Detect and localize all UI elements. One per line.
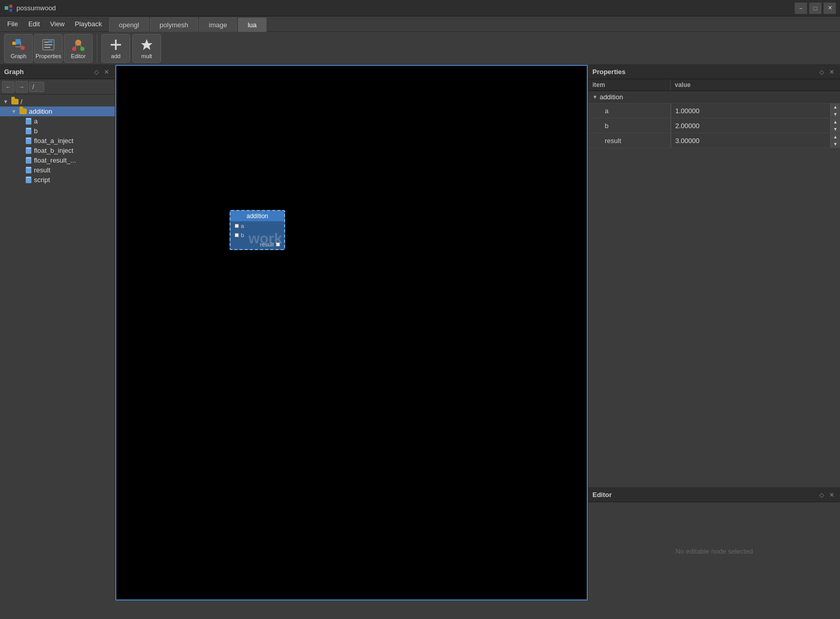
float-b-inject-icon [24, 147, 32, 154]
float-b-inject-label: float_b_inject [34, 147, 74, 154]
node-title: addition [231, 211, 284, 221]
menu-file[interactable]: File [2, 18, 23, 30]
b-label: b [34, 127, 38, 135]
float-result-label: float_result_... [34, 156, 76, 164]
graph-nav-bar: ← → / [0, 79, 115, 95]
graph-close-button[interactable]: ✕ [102, 68, 111, 76]
right-panel: Properties ◇ ✕ item value ▼ addition [588, 65, 840, 600]
float-a-inject-label: float_a_inject [34, 137, 74, 145]
nav-back-button[interactable]: ← [2, 81, 14, 93]
properties-section: Properties ◇ ✕ item value ▼ addition [588, 65, 840, 487]
svg-rect-10 [44, 44, 52, 45]
graph-canvas[interactable]: addition a b result work [115, 65, 588, 600]
properties-toolbar-button[interactable]: Properties [34, 34, 63, 63]
editor-icon [71, 38, 85, 52]
main-layout: Graph ◇ ✕ ← → / ▼ / ▼ addition [0, 65, 840, 600]
float-a-inject-icon [24, 137, 32, 145]
script-file-icon [24, 176, 32, 184]
svg-point-15 [80, 47, 84, 51]
spin-down-result[interactable]: ▼ [831, 140, 840, 148]
tree-item-script[interactable]: script [0, 175, 115, 185]
props-section-addition: ▼ addition [588, 91, 840, 103]
spin-up-a[interactable]: ▲ [831, 103, 840, 111]
star-icon [139, 38, 154, 52]
addition-folder-icon [19, 108, 27, 115]
tree-item-b[interactable]: b [0, 126, 115, 136]
float-result-icon [24, 157, 32, 164]
spin-down-a[interactable]: ▼ [831, 111, 840, 118]
tree-item-a[interactable]: a [0, 116, 115, 126]
nav-forward-button[interactable]: → [15, 81, 28, 93]
addition-label: addition [29, 108, 52, 115]
editor-close-button[interactable]: ✕ [828, 491, 836, 499]
props-label-b: b [588, 119, 671, 132]
tab-image[interactable]: image [199, 17, 237, 32]
svg-line-16 [75, 45, 76, 47]
menu-view[interactable]: View [45, 18, 69, 30]
spin-up-b[interactable]: ▲ [831, 118, 840, 126]
editor-panel-controls: ◇ ✕ [817, 491, 836, 499]
menu-playback[interactable]: Playback [69, 18, 107, 30]
add-node-label: add [111, 53, 120, 59]
result-file-icon [24, 167, 32, 174]
tab-polymesh[interactable]: polymesh [150, 17, 198, 32]
close-button[interactable]: ✕ [824, 3, 836, 14]
svg-point-14 [72, 47, 76, 51]
editor-toolbar-button[interactable]: Editor [64, 34, 93, 63]
properties-pin-button[interactable]: ◇ [817, 68, 826, 76]
props-input-a[interactable] [671, 103, 830, 118]
add-node-button[interactable]: add [101, 34, 130, 63]
port-a[interactable]: a [231, 221, 284, 231]
tree-item-float-a-inject[interactable]: float_a_inject [0, 136, 115, 146]
props-spinner-result: ▲ ▼ [830, 133, 840, 148]
a-label: a [34, 117, 38, 125]
editor-empty-text: No editable node selected [675, 547, 752, 555]
mult-node-button[interactable]: mult [132, 34, 161, 63]
properties-panel-title: Properties [592, 68, 625, 76]
addition-toggle-icon: ▼ [10, 108, 18, 115]
tab-opengl[interactable]: opengl [109, 17, 149, 32]
port-b-label: b [241, 232, 244, 238]
col-item-header: item [588, 79, 671, 91]
props-spinner-a: ▲ ▼ [830, 103, 840, 118]
maximize-button[interactable]: □ [809, 3, 821, 14]
graph-pin-button[interactable]: ◇ [92, 68, 100, 76]
graph-icon [11, 38, 26, 52]
tree-item-float-b-inject[interactable]: float_b_inject [0, 146, 115, 155]
props-input-b[interactable] [671, 118, 830, 133]
props-row-result: result ▲ ▼ [588, 133, 840, 148]
tree-item-addition[interactable]: ▼ addition [0, 107, 115, 116]
tree-item-result[interactable]: result [0, 165, 115, 175]
graph-panel-header: Graph ◇ ✕ [0, 65, 115, 79]
addition-node[interactable]: addition a b result work [230, 210, 285, 250]
graph-toolbar-button[interactable]: Graph [4, 34, 33, 63]
properties-panel-controls: ◇ ✕ [817, 68, 836, 76]
nav-path-display: / [29, 82, 44, 92]
properties-close-button[interactable]: ✕ [828, 68, 836, 76]
tree-area: ▼ / ▼ addition a b float_a_inject [0, 95, 115, 600]
svg-line-17 [80, 45, 81, 47]
tree-root[interactable]: ▼ / [0, 97, 115, 107]
editor-panel-header: Editor ◇ ✕ [588, 488, 840, 502]
props-value-result: ▲ ▼ [671, 133, 840, 148]
editor-pin-button[interactable]: ◇ [817, 491, 826, 499]
root-label: / [21, 98, 23, 105]
props-input-result[interactable] [671, 133, 830, 148]
props-row-b: b ▲ ▼ [588, 118, 840, 133]
spin-up-result[interactable]: ▲ [831, 133, 840, 140]
section-toggle-icon: ▼ [592, 94, 598, 100]
menu-edit[interactable]: Edit [23, 18, 45, 30]
svg-rect-0 [5, 6, 8, 10]
port-a-dot [235, 224, 239, 228]
port-a-label: a [241, 223, 244, 229]
tree-item-float-result[interactable]: float_result_... [0, 155, 115, 165]
props-label-result: result [588, 134, 671, 147]
properties-icon [41, 38, 56, 52]
graph-panel-controls: ◇ ✕ [92, 68, 111, 76]
graph-panel: Graph ◇ ✕ ← → / ▼ / ▼ addition [0, 65, 115, 600]
minimize-button[interactable]: − [795, 3, 807, 14]
svg-rect-12 [48, 41, 52, 43]
tab-lua[interactable]: lua [238, 17, 266, 32]
svg-rect-4 [15, 39, 21, 44]
spin-down-b[interactable]: ▼ [831, 126, 840, 133]
